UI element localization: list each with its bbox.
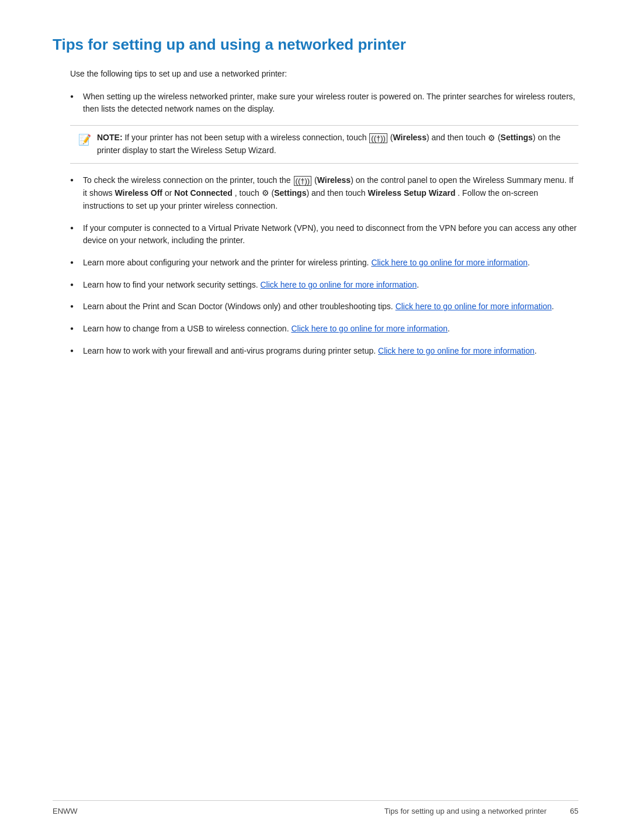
bullet2-text4: , touch xyxy=(235,188,262,198)
bullet2-wireless-label: Wireless xyxy=(317,175,351,185)
intro-text: Use the following tips to set up and use… xyxy=(70,68,578,80)
note-box: 📝 NOTE: If your printer has not been set… xyxy=(70,125,578,164)
footer-right: Tips for setting up and using a networke… xyxy=(384,806,578,817)
bullet4-link[interactable]: Click here to go online for more informa… xyxy=(371,258,528,267)
note-text2: and then touch xyxy=(432,133,488,142)
list-item-7: Learn how to change from a USB to wirele… xyxy=(70,323,578,336)
footer-center: Tips for setting up and using a networke… xyxy=(384,806,547,817)
wireless-icon-note: ((†)) xyxy=(369,133,387,144)
bullet5-link[interactable]: Click here to go online for more informa… xyxy=(260,280,417,289)
note-text1: If your printer has not been setup with … xyxy=(124,133,369,142)
page-title: Tips for setting up and using a networke… xyxy=(53,35,578,55)
note-settings-label: Settings xyxy=(501,133,533,142)
list-item-5: Learn how to find your network security … xyxy=(70,279,578,292)
bullet8-link[interactable]: Click here to go online for more informa… xyxy=(378,346,535,355)
footer-page: 65 xyxy=(570,806,578,817)
bullet2-not-connected: Not Connected xyxy=(174,188,233,198)
list-item-2: To check the wireless connection on the … xyxy=(70,174,578,213)
footer-left: ENWW xyxy=(53,806,78,817)
note-wireless-label: Wireless xyxy=(393,133,426,142)
bullet2-wireless-off: Wireless Off xyxy=(115,188,162,198)
bullet2-text3: or xyxy=(165,188,174,198)
note-label: NOTE: xyxy=(97,133,123,142)
bullet6-text: Learn about the Print and Scan Doctor (W… xyxy=(83,302,396,311)
bullet5-text: Learn how to find your network security … xyxy=(83,280,260,289)
footer: ENWW Tips for setting up and using a net… xyxy=(53,800,578,817)
list-item-6: Learn about the Print and Scan Doctor (W… xyxy=(70,300,578,313)
list-item-3: If your computer is connected to a Virtu… xyxy=(70,222,578,247)
bullet-list: When setting up the wireless networked p… xyxy=(70,91,578,358)
note-icon: 📝 xyxy=(78,132,91,148)
settings-icon-bullet2: ⚙ xyxy=(262,187,269,200)
bullet6-link[interactable]: Click here to go online for more informa… xyxy=(396,302,552,311)
bullet7-text: Learn how to change from a USB to wirele… xyxy=(83,324,291,333)
bullet2-settings: Settings xyxy=(274,188,306,198)
settings-icon-note: ⚙ xyxy=(488,132,495,145)
list-item-4: Learn more about configuring your networ… xyxy=(70,257,578,269)
bullet7-link[interactable]: Click here to go online for more informa… xyxy=(291,324,448,333)
bullet8-text: Learn how to work with your firewall and… xyxy=(83,346,378,355)
wireless-icon-bullet2: ((†)) xyxy=(294,176,312,186)
list-item-8: Learn how to work with your firewall and… xyxy=(70,345,578,358)
page: Tips for setting up and using a networke… xyxy=(0,0,631,840)
bullet2-text6: and then touch xyxy=(311,188,368,198)
bullet2-text1: To check the wireless connection on the … xyxy=(83,175,293,185)
bullet4-text: Learn more about configuring your networ… xyxy=(83,258,371,267)
note-content: NOTE: If your printer has not been setup… xyxy=(97,132,570,157)
list-item-1: When setting up the wireless networked p… xyxy=(70,91,578,116)
bullet2-wizard: Wireless Setup Wizard xyxy=(368,188,456,198)
